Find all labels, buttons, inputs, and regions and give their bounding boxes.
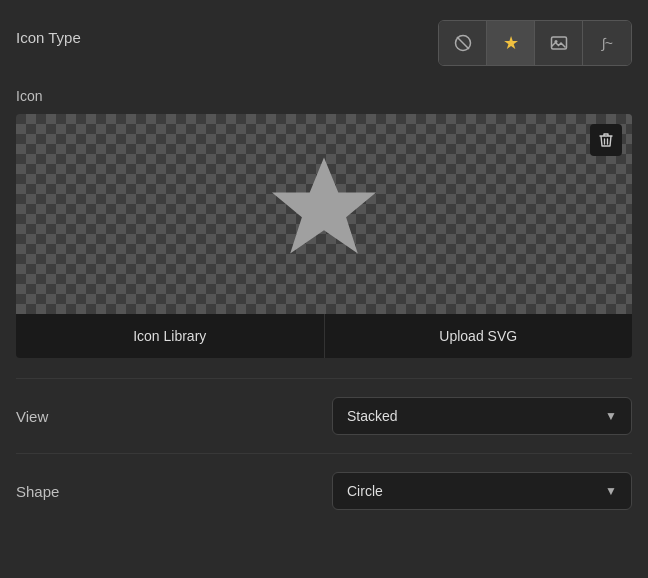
star-button[interactable]: ★: [487, 21, 535, 65]
no-icon-button[interactable]: [439, 21, 487, 65]
view-dropdown[interactable]: Stacked ▼: [332, 397, 632, 435]
svg-line-1: [457, 37, 469, 49]
icon-label: Icon: [16, 88, 632, 104]
view-dropdown-arrow: ▼: [605, 409, 617, 423]
svg-marker-6: [272, 157, 376, 253]
custom-button[interactable]: ∫~: [583, 21, 631, 65]
icon-type-row: Icon Type ★ ∫~: [16, 20, 632, 66]
delete-icon-button[interactable]: [590, 124, 622, 156]
shape-row: Shape Circle ▼: [16, 453, 632, 528]
view-row: View Stacked ▼: [16, 378, 632, 453]
icon-type-label: Icon Type: [16, 29, 81, 46]
view-dropdown-value: Stacked: [347, 408, 597, 424]
icon-library-button[interactable]: Icon Library: [16, 314, 325, 358]
shape-dropdown-arrow: ▼: [605, 484, 617, 498]
image-button[interactable]: [535, 21, 583, 65]
shape-dropdown-value: Circle: [347, 483, 597, 499]
icon-type-button-group: ★ ∫~: [438, 20, 632, 66]
icon-preview: [16, 114, 632, 314]
shape-label: Shape: [16, 483, 59, 500]
upload-svg-button[interactable]: Upload SVG: [325, 314, 633, 358]
icon-section: Icon Icon Library Upload SVG: [16, 88, 632, 358]
shape-dropdown[interactable]: Circle ▼: [332, 472, 632, 510]
view-label: View: [16, 408, 48, 425]
star-preview-icon: [259, 147, 389, 281]
action-buttons: Icon Library Upload SVG: [16, 314, 632, 358]
